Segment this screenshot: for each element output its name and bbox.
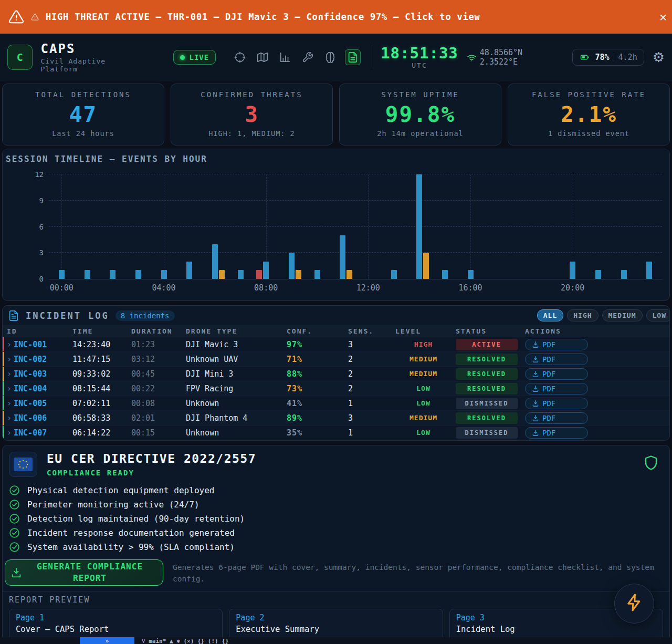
generate-compliance-report-button[interactable]: GENERATE COMPLIANCE REPORT (5, 559, 163, 586)
detections-bar[interactable] (442, 270, 448, 279)
table-row[interactable]: ›INC-00706:14:2200:15Unknown35%1LOWDISMI… (3, 425, 669, 440)
settings-gear-icon[interactable]: ⚙ (653, 50, 665, 64)
pdf-label: PDF (542, 355, 555, 363)
status-cell: DISMISSED (452, 427, 521, 439)
column-header: ID (3, 327, 68, 335)
detections-bar[interactable] (135, 270, 141, 279)
level-accent-bar (3, 367, 4, 381)
incident-id-text: INC-002 (14, 355, 47, 364)
generate-report-row: GENERATE COMPLIANCE REPORT Generates 6-p… (3, 555, 669, 590)
pdf-download-button[interactable]: PDF (525, 368, 588, 380)
checklist-text: Perimeter monitoring active (24/7) (27, 500, 200, 510)
detections-bar[interactable] (314, 270, 320, 279)
battery-icon (579, 53, 591, 62)
chevron-right-icon: › (7, 369, 12, 379)
detections-bar[interactable] (646, 262, 652, 279)
report-preview-label: REPORT PREVIEW (3, 591, 669, 608)
column-header: CONF. (282, 327, 344, 335)
table-row[interactable]: ›INC-00507:02:1100:08Unknown41%1LOWDISMI… (3, 396, 669, 411)
table-row[interactable]: ›INC-00408:15:4400:22FPV Racing73%2LOWRE… (3, 381, 669, 396)
filter-low[interactable]: LOW (646, 309, 670, 321)
pdf-download-button[interactable]: PDF (525, 412, 588, 424)
incident-id: ›INC-004 (3, 384, 68, 393)
desktop-status-bar[interactable]: » ⑂ main* ▲ ✱ (✕) {} (!) {} (0, 637, 672, 644)
detections-bar[interactable] (161, 270, 167, 279)
report-doc-icon[interactable] (345, 49, 361, 65)
incident-id-text: INC-007 (14, 428, 47, 438)
checklist-item: Perimeter monitoring active (24/7) (9, 497, 663, 512)
confidence-value: 88% (282, 369, 344, 379)
chevron-right-icon: › (7, 399, 12, 408)
check-circle-icon (9, 499, 20, 510)
incident-log-title: INCIDENT LOG (26, 310, 109, 321)
lightning-bolt-icon (625, 593, 644, 614)
detections-bar[interactable] (340, 235, 345, 279)
check-circle-icon (9, 527, 20, 538)
brain-icon[interactable] (323, 50, 338, 65)
detections-bar[interactable] (621, 270, 627, 279)
checklist-item: Detection log maintained (90-day retenti… (9, 512, 663, 526)
pdf-download-button[interactable]: PDF (525, 427, 588, 439)
compliance-panel: EU CER DIRECTIVE 2022/2557 COMPLIANCE RE… (2, 445, 670, 644)
table-row[interactable]: ›INC-00606:58:3302:01DJI Phantom 489%3ME… (3, 411, 669, 425)
status-cell: RESOLVED (452, 368, 521, 380)
incident-count-badge: 8 incidents (116, 310, 175, 321)
actions-cell: PDF (521, 354, 669, 365)
check-circle-icon (9, 485, 20, 496)
pdf-label: PDF (542, 429, 555, 437)
threat-level: LOW (391, 399, 452, 407)
detections-bar[interactable] (570, 262, 575, 279)
detections-bar[interactable] (595, 270, 601, 279)
pdf-download-button[interactable]: PDF (525, 398, 588, 409)
detections-bar[interactable] (110, 270, 116, 279)
quick-action-button[interactable] (614, 584, 654, 624)
close-icon[interactable]: ✕ (659, 10, 667, 24)
medium-threats-bar[interactable] (423, 253, 429, 279)
filter-medium[interactable]: MEDIUM (602, 309, 643, 321)
utc-clock: 18:51:33 UTC (381, 46, 458, 69)
status-badge: RESOLVED (456, 354, 518, 365)
drone-type: DJI Mini 3 (182, 369, 282, 379)
app-header: C CAPS Civil Adaptive Platform LIVE 18:5… (0, 34, 672, 81)
crosshair-icon[interactable] (233, 50, 247, 65)
status-cell: RESOLVED (452, 412, 521, 424)
x-gridline (164, 174, 164, 279)
stat-card-1: CONFIRMED THREATS3HIGH: 1, MEDIUM: 2 (171, 84, 333, 146)
high-threats-bar[interactable] (256, 270, 262, 279)
detections-bar[interactable] (263, 262, 269, 279)
detections-bar[interactable] (59, 270, 65, 279)
table-row[interactable]: ›INC-00211:47:1503:12Unknown UAV71%2MEDI… (3, 352, 669, 367)
filter-all[interactable]: ALL (537, 309, 563, 321)
confidence-value: 71% (282, 355, 344, 364)
table-row[interactable]: ›INC-00114:23:4001:23DJI Mavic 397%3HIGH… (3, 337, 669, 352)
detections-bar[interactable] (391, 270, 397, 279)
medium-threats-bar[interactable] (296, 270, 301, 279)
status-cell: ACTIVE (452, 339, 521, 350)
stat-card-3: FALSE POSITIVE RATE2.1%1 dismissed event (508, 84, 670, 146)
detections-bar[interactable] (212, 244, 218, 279)
medium-threats-bar[interactable] (219, 270, 225, 279)
detections-bar[interactable] (186, 262, 192, 279)
detections-bar[interactable] (289, 253, 295, 279)
detections-bar[interactable] (416, 174, 422, 279)
page-title: CAPS (41, 42, 146, 56)
medium-threats-bar[interactable] (346, 270, 352, 279)
detections-bar[interactable] (238, 270, 244, 279)
threat-alert-banner[interactable]: HIGH THREAT ACTIVE — THR-001 — DJI Mavic… (0, 0, 672, 34)
warning-triangle-icon (8, 9, 24, 25)
table-row[interactable]: ›INC-00309:33:0200:45DJI Mini 388%2MEDIU… (3, 367, 669, 381)
detections-bar[interactable] (468, 270, 474, 279)
pdf-download-button[interactable]: PDF (525, 339, 588, 350)
map-icon[interactable] (255, 50, 270, 65)
pdf-download-button[interactable]: PDF (525, 354, 588, 365)
bar-chart-icon[interactable] (278, 50, 292, 65)
statusbar-badge: » (80, 637, 134, 644)
wrench-icon[interactable] (300, 50, 315, 65)
drone-type: Unknown UAV (182, 355, 282, 364)
detections-bar[interactable] (85, 270, 90, 279)
pdf-download-button[interactable]: PDF (525, 383, 588, 394)
confidence-value: 41% (282, 399, 344, 408)
filter-high[interactable]: HIGH (567, 309, 598, 321)
sensor-count: 1 (344, 428, 391, 438)
page-subtitle: Civil Adaptive Platform (41, 57, 146, 73)
